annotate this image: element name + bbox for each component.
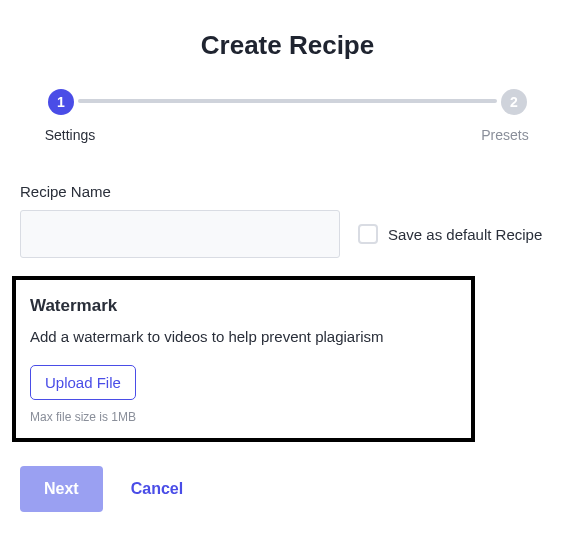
step-labels: Settings Presets [20, 127, 555, 143]
watermark-section: Watermark Add a watermark to videos to h… [12, 276, 475, 442]
next-button[interactable]: Next [20, 466, 103, 512]
stepper: 1 2 [20, 89, 555, 115]
step-line [78, 99, 497, 103]
step-1-label: Settings [30, 127, 110, 143]
save-default-wrap[interactable]: Save as default Recipe [358, 224, 542, 244]
upload-file-button[interactable]: Upload File [30, 365, 136, 400]
recipe-name-label: Recipe Name [20, 183, 555, 200]
actions: Next Cancel [20, 466, 555, 512]
save-default-checkbox[interactable] [358, 224, 378, 244]
watermark-hint: Max file size is 1MB [30, 410, 457, 424]
step-2-circle: 2 [501, 89, 527, 115]
recipe-name-input[interactable] [20, 210, 340, 258]
watermark-description: Add a watermark to videos to help preven… [30, 328, 457, 345]
step-settings[interactable]: 1 [48, 89, 74, 115]
cancel-button[interactable]: Cancel [131, 480, 183, 498]
page-title: Create Recipe [20, 30, 555, 61]
watermark-title: Watermark [30, 296, 457, 316]
step-presets[interactable]: 2 [501, 89, 527, 115]
save-default-label: Save as default Recipe [388, 226, 542, 243]
step-1-circle: 1 [48, 89, 74, 115]
step-2-label: Presets [465, 127, 545, 143]
